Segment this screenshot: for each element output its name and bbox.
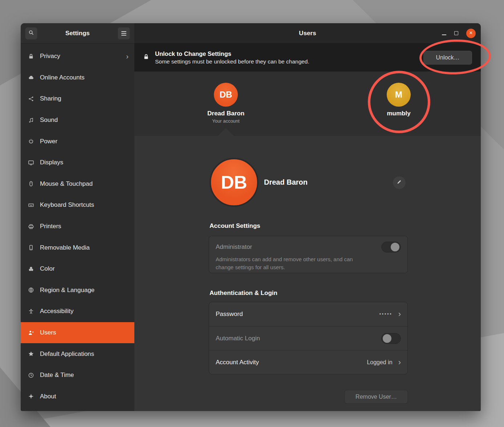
remove-user-button[interactable]: Remove User… bbox=[345, 390, 408, 404]
lock-icon bbox=[28, 53, 34, 59]
sidebar-item-label: Accessibility bbox=[40, 308, 74, 315]
authentication-heading: Authentication & Login bbox=[210, 290, 277, 297]
sidebar-item-default-applications[interactable]: Default Applications bbox=[21, 343, 134, 365]
administrator-toggle[interactable] bbox=[381, 242, 401, 252]
unlock-banner-text: Unlock to Change Settings Some settings … bbox=[155, 50, 309, 65]
sidebar: Settings Privacy › Online Accounts Sha bbox=[21, 23, 134, 411]
carousel-user-subtitle: Your account bbox=[212, 118, 239, 124]
share-icon bbox=[28, 95, 34, 102]
account-activity-row[interactable]: Account Activity Logged in bbox=[209, 350, 407, 374]
automatic-login-toggle[interactable] bbox=[381, 333, 401, 344]
lock-icon bbox=[143, 53, 149, 62]
keyboard-icon bbox=[28, 202, 34, 208]
authentication-card: Password ••••• Automatic Login Accou bbox=[209, 302, 408, 374]
user-carousel: DB Dread Baron Your account M mumbly bbox=[134, 71, 481, 136]
removable-media-icon bbox=[28, 245, 34, 251]
main-panel: Users Unlock to Change Settings Some set… bbox=[134, 23, 481, 411]
color-icon bbox=[28, 266, 34, 272]
chevron-right-icon: › bbox=[126, 53, 129, 60]
avatar: DB bbox=[214, 83, 238, 107]
avatar: M bbox=[387, 83, 411, 107]
sidebar-item-label: Privacy bbox=[40, 53, 60, 60]
main-header: Users bbox=[134, 23, 481, 44]
cloud-icon bbox=[28, 74, 34, 81]
profile-name: Dread Baron bbox=[264, 178, 308, 186]
sidebar-item-users[interactable]: Users bbox=[21, 322, 134, 344]
sidebar-item-region-language[interactable]: Region & Language bbox=[21, 280, 134, 301]
edit-name-button[interactable] bbox=[393, 176, 406, 189]
sidebar-item-removable-media[interactable]: Removable Media bbox=[21, 237, 134, 258]
carousel-user-name: Dread Baron bbox=[207, 110, 244, 117]
page-title: Users bbox=[299, 30, 316, 37]
maximize-button[interactable] bbox=[454, 31, 458, 35]
sidebar-item-mouse-touchpad[interactable]: Mouse & Touchpad bbox=[21, 173, 134, 195]
sidebar-item-label: Printers bbox=[40, 223, 61, 230]
pencil-icon bbox=[397, 179, 402, 186]
display-icon bbox=[28, 159, 34, 166]
administrator-label: Administrator bbox=[216, 243, 252, 251]
sidebar-item-sound[interactable]: Sound bbox=[21, 110, 134, 131]
sidebar-item-privacy[interactable]: Privacy › bbox=[21, 46, 134, 67]
sidebar-item-power[interactable]: Power bbox=[21, 131, 134, 152]
password-row[interactable]: Password ••••• bbox=[209, 302, 407, 326]
search-button[interactable] bbox=[25, 27, 37, 40]
sidebar-title: Settings bbox=[37, 30, 118, 37]
globe-icon bbox=[28, 287, 34, 293]
avatar[interactable]: DB bbox=[210, 158, 259, 207]
password-value: ••••• bbox=[379, 312, 393, 317]
sidebar-item-about[interactable]: About bbox=[21, 386, 134, 407]
close-button[interactable] bbox=[466, 29, 476, 38]
search-icon bbox=[28, 30, 34, 37]
sidebar-item-keyboard-shortcuts[interactable]: Keyboard Shortcuts bbox=[21, 194, 134, 216]
carousel-user-name: mumbly bbox=[387, 110, 410, 117]
music-note-icon bbox=[28, 117, 34, 123]
mouse-icon bbox=[28, 181, 34, 187]
sidebar-item-label: Displays bbox=[40, 159, 63, 166]
sparkle-icon bbox=[28, 393, 34, 400]
chevron-right-icon bbox=[398, 310, 401, 318]
sidebar-item-label: Power bbox=[40, 138, 57, 145]
unlock-button[interactable]: Unlock… bbox=[423, 51, 472, 65]
printer-icon bbox=[28, 223, 34, 230]
desktop: Settings Privacy › Online Accounts Sha bbox=[0, 0, 504, 427]
star-icon bbox=[28, 351, 34, 357]
sidebar-item-label: Removable Media bbox=[40, 244, 90, 251]
users-icon bbox=[28, 329, 34, 336]
sidebar-item-label: Color bbox=[40, 265, 55, 272]
sidebar-item-accessibility[interactable]: Accessibility bbox=[21, 301, 134, 322]
minimize-button[interactable] bbox=[442, 34, 446, 35]
sidebar-item-printers[interactable]: Printers bbox=[21, 216, 134, 237]
sidebar-item-displays[interactable]: Displays bbox=[21, 152, 134, 173]
account-activity-value: Logged in bbox=[367, 359, 392, 366]
sidebar-item-label: Online Accounts bbox=[40, 74, 85, 81]
unlock-banner: Unlock to Change Settings Some settings … bbox=[134, 44, 481, 71]
sidebar-item-color[interactable]: Color bbox=[21, 258, 134, 280]
carousel-user-mumbly[interactable]: M mumbly bbox=[362, 71, 435, 117]
automatic-login-row: Automatic Login bbox=[209, 326, 407, 350]
sidebar-item-label: Sound bbox=[40, 116, 58, 124]
power-icon bbox=[28, 138, 34, 145]
hamburger-icon bbox=[121, 31, 126, 36]
sidebar-item-online-accounts[interactable]: Online Accounts bbox=[21, 67, 134, 89]
accessibility-icon bbox=[28, 308, 34, 315]
unlock-banner-subtitle: Some settings must be unlocked before th… bbox=[155, 58, 309, 65]
password-label: Password bbox=[216, 311, 243, 318]
user-details: DB Dread Baron Account Settings Administ… bbox=[134, 136, 481, 411]
sidebar-item-label: Date & Time bbox=[40, 371, 74, 379]
sidebar-item-label: Default Applications bbox=[40, 350, 94, 358]
toggle-knob bbox=[383, 334, 391, 343]
toggle-knob bbox=[391, 243, 399, 251]
sidebar-item-sharing[interactable]: Sharing bbox=[21, 88, 134, 110]
menu-button[interactable] bbox=[118, 27, 130, 40]
administrator-description: Administrators can add and remove other … bbox=[216, 255, 372, 271]
sidebar-item-label: Region & Language bbox=[40, 287, 94, 294]
sidebar-list: Privacy › Online Accounts Sharing Sound bbox=[21, 44, 134, 407]
account-settings-card: Administrator Administrators can add and… bbox=[209, 236, 408, 273]
carousel-user-dread-baron[interactable]: DB Dread Baron Your account bbox=[190, 71, 262, 124]
window-controls bbox=[442, 23, 476, 43]
sidebar-item-date-time[interactable]: Date & Time bbox=[21, 365, 134, 386]
sidebar-item-label: About bbox=[40, 393, 56, 400]
account-activity-label: Account Activity bbox=[216, 359, 259, 366]
carousel-selection-notch bbox=[218, 128, 234, 136]
automatic-login-label: Automatic Login bbox=[216, 335, 260, 342]
